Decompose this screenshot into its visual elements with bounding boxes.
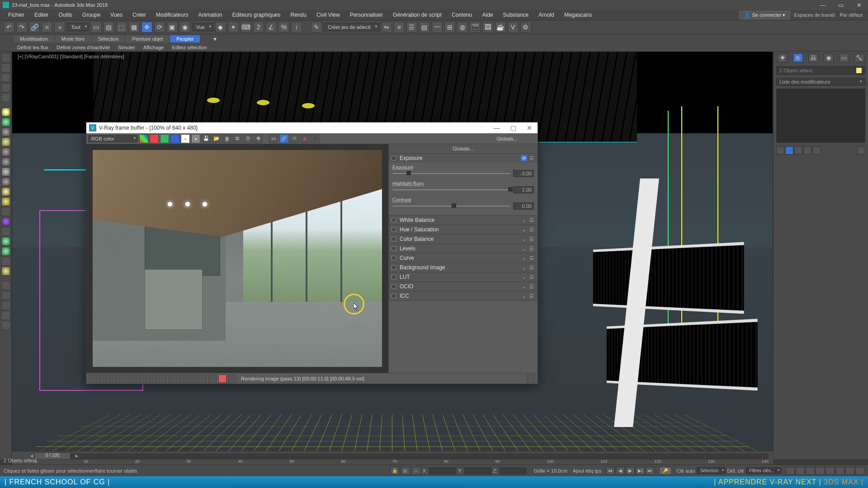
vfb-sb-1[interactable] bbox=[89, 375, 97, 383]
menu-fichier[interactable]: Fichier bbox=[4, 12, 29, 18]
expand-icon[interactable]: ⌄ bbox=[521, 245, 527, 252]
render-prod-button[interactable]: ☕ bbox=[495, 22, 506, 33]
menu-animation[interactable]: Animation bbox=[193, 12, 226, 18]
menu-icon[interactable]: ☰ bbox=[528, 236, 535, 242]
ltool-2[interactable] bbox=[1, 63, 10, 72]
vray-vfb-button[interactable]: V bbox=[508, 22, 519, 33]
toggle-ribbon-button[interactable]: ▤ bbox=[419, 22, 430, 33]
goto-end-button[interactable]: ⏭ bbox=[646, 467, 655, 475]
vfb-globals-header[interactable]: Globals... bbox=[389, 144, 538, 154]
expand-icon[interactable]: ⌄ bbox=[521, 226, 527, 233]
nav-orbit-button[interactable] bbox=[835, 467, 844, 475]
vfb-section-icc[interactable]: ICC⌄☰ bbox=[389, 291, 538, 300]
snap-angle-button[interactable]: ∠ bbox=[266, 22, 277, 33]
keyfilter-dropdown[interactable]: Filtres clés... bbox=[746, 467, 781, 474]
redo-button[interactable]: ↷ bbox=[16, 22, 27, 33]
exposure-reset-icon[interactable]: ⟳ bbox=[521, 155, 527, 161]
vfb-sb-4[interactable] bbox=[119, 375, 127, 383]
menu-megascans[interactable]: Megascans bbox=[560, 12, 596, 18]
expand-icon[interactable]: ⌄ bbox=[521, 283, 527, 290]
snap-2d-button[interactable]: 2 bbox=[253, 22, 264, 33]
menu-icon[interactable]: ☰ bbox=[528, 255, 535, 261]
tab-selection[interactable]: Sélection bbox=[92, 35, 125, 42]
coord-z-input[interactable] bbox=[500, 467, 527, 474]
vray-settings-button[interactable]: ⚙ bbox=[520, 22, 531, 33]
highlight-burn-value[interactable]: 1.00 bbox=[513, 186, 534, 193]
material-sphere-17[interactable] bbox=[1, 267, 10, 276]
vfb-clone-button[interactable]: ⧉ bbox=[233, 134, 242, 143]
isolate-button[interactable]: ◎ bbox=[401, 467, 410, 475]
vfb-clear-button[interactable]: 🗑 bbox=[222, 134, 231, 143]
ltool-1[interactable] bbox=[1, 53, 10, 62]
curve-editor-button[interactable]: 〰 bbox=[432, 22, 443, 33]
ltool-bottom-3[interactable] bbox=[1, 301, 10, 310]
menu-icon[interactable]: ☰ bbox=[528, 226, 535, 233]
expand-icon[interactable]: ⌄ bbox=[521, 236, 527, 242]
menu-icon[interactable]: ☰ bbox=[528, 283, 535, 290]
sub-definir-flux[interactable]: Définir les flux bbox=[14, 44, 52, 51]
expand-icon[interactable]: ⌄ bbox=[521, 217, 527, 223]
vfb-sb-3[interactable] bbox=[109, 375, 117, 383]
vfb-sb-7[interactable] bbox=[149, 375, 157, 383]
select-object-button[interactable]: ▭ bbox=[91, 22, 102, 33]
levels-checkbox[interactable] bbox=[392, 246, 396, 251]
nav-zoom-ext-button[interactable] bbox=[806, 467, 815, 475]
menu-script[interactable]: Génération de script bbox=[388, 12, 446, 18]
vfb-section-exposure[interactable]: Exposure ⟳ ☰ bbox=[389, 154, 538, 163]
vfb-sb-15[interactable] bbox=[228, 375, 236, 383]
material-sphere-10[interactable] bbox=[1, 197, 10, 206]
spinner-snap-button[interactable]: ↕ bbox=[291, 22, 302, 33]
pivot-button[interactable]: ◆ bbox=[215, 22, 226, 33]
utilities-tab[interactable]: 🔧 bbox=[854, 53, 864, 62]
material-sphere-9[interactable] bbox=[1, 187, 10, 196]
time-slider-next[interactable]: ▶ bbox=[75, 453, 79, 458]
vfb-alpha-button[interactable]: ● bbox=[191, 134, 200, 143]
select-rotate-button[interactable]: ⟳ bbox=[154, 22, 165, 33]
material-sphere-2[interactable] bbox=[1, 117, 10, 127]
unlink-button[interactable]: ⤫ bbox=[42, 22, 52, 33]
sub-editez-selection[interactable]: Editez sélection bbox=[168, 44, 210, 51]
motion-tab[interactable]: ◉ bbox=[824, 53, 834, 62]
material-sphere-14[interactable] bbox=[1, 237, 10, 246]
refcoord-dropdown[interactable]: Vue bbox=[192, 23, 213, 31]
vfb-mono-button[interactable]: ● bbox=[181, 134, 190, 143]
vray-frame-buffer-window[interactable]: V V-Ray frame buffer - [100% of 640 x 48… bbox=[86, 122, 538, 384]
vfb-sb-13[interactable] bbox=[208, 375, 217, 383]
menu-modificateurs[interactable]: Modificateurs bbox=[151, 12, 193, 18]
vfb-sb-expand[interactable] bbox=[527, 375, 535, 383]
select-name-button[interactable]: ▤ bbox=[104, 22, 114, 33]
bg-image-checkbox[interactable] bbox=[392, 265, 396, 270]
curve-checkbox[interactable] bbox=[392, 256, 396, 260]
vfb-region-button[interactable]: ▭ bbox=[269, 134, 278, 143]
selection-filter-dropdown[interactable]: Tout bbox=[67, 23, 89, 31]
vfb-section-hue-saturation[interactable]: Hue / Saturation⌄☰ bbox=[389, 225, 538, 234]
vfb-minimize-button[interactable]: — bbox=[489, 122, 505, 133]
menu-personnaliser[interactable]: Personnaliser bbox=[345, 12, 387, 18]
modifier-list-dropdown[interactable]: Liste des modificateurs bbox=[776, 78, 865, 86]
menu-vues[interactable]: Vues bbox=[106, 12, 127, 18]
keyboard-shortcut-button[interactable]: ⌨ bbox=[241, 22, 251, 33]
modify-tab[interactable]: ⧉ bbox=[793, 53, 803, 62]
ltool-5[interactable] bbox=[1, 93, 10, 102]
menu-contenu[interactable]: Contenu bbox=[447, 12, 476, 18]
icc-checkbox[interactable] bbox=[392, 294, 396, 298]
time-thumb[interactable]: 0 / 100 bbox=[34, 452, 71, 460]
named-selset-dropdown[interactable]: Créer jeu de sélecti bbox=[324, 23, 379, 31]
keymode-dropdown[interactable]: Sélection bbox=[697, 467, 725, 474]
vfb-track-mouse-button[interactable]: ✥ bbox=[254, 134, 263, 143]
vfb-rgb-button[interactable] bbox=[139, 134, 148, 143]
select-move-button[interactable]: ✥ bbox=[142, 22, 152, 33]
coord-x-input[interactable] bbox=[429, 467, 456, 474]
menu-icon[interactable]: ☰ bbox=[528, 274, 535, 280]
play-button[interactable]: ▶ bbox=[626, 467, 635, 475]
contrast-slider[interactable] bbox=[392, 206, 510, 206]
window-crossing-button[interactable]: ▦ bbox=[129, 22, 140, 33]
vfb-maximize-button[interactable]: ▢ bbox=[505, 122, 521, 133]
vfb-title-bar[interactable]: V V-Ray frame buffer - [100% of 640 x 48… bbox=[86, 122, 538, 133]
workspace-value[interactable]: Par défaut bbox=[840, 12, 863, 18]
vfb-sb-11[interactable] bbox=[189, 375, 197, 383]
undo-button[interactable]: ↶ bbox=[4, 22, 14, 33]
menu-icon[interactable]: ☰ bbox=[528, 264, 535, 271]
exposure-checkbox[interactable] bbox=[392, 156, 396, 160]
vfb-section-white-balance[interactable]: White Balance⌄☰ bbox=[389, 216, 538, 225]
